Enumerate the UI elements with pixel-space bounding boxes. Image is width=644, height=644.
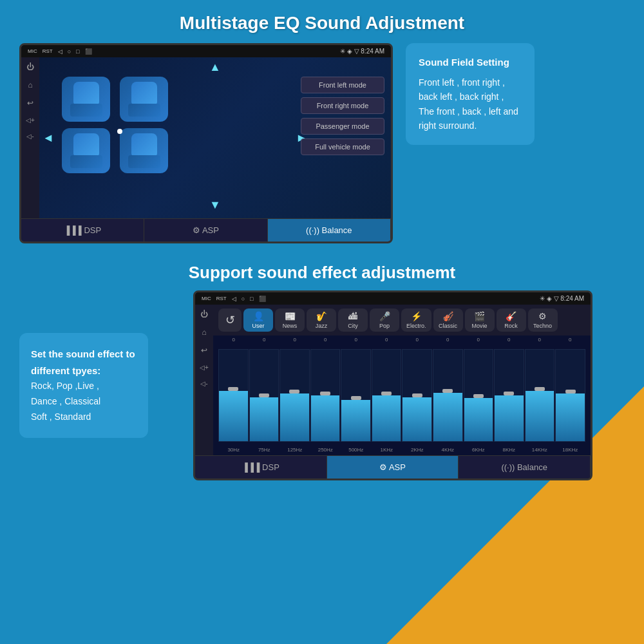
eq-channel-0[interactable] (218, 349, 249, 442)
eq-slider-2[interactable] (289, 390, 299, 393)
back-icon[interactable]: ◁ (58, 48, 62, 55)
dsp-tab-1[interactable]: ▐▐▐ DSP (21, 219, 144, 242)
eq-slider-5[interactable] (381, 392, 392, 395)
eq-bar-track-7 (433, 349, 463, 442)
square-icon[interactable]: □ (76, 48, 79, 55)
eq-val-1: 0 (218, 337, 249, 343)
power-icon[interactable]: ⏻ (26, 62, 34, 71)
eq-bar-fill-4 (341, 400, 370, 441)
eq-slider-10[interactable] (535, 387, 545, 391)
side-icons-2: ⏻ ⌂ ↩ ◁+ ◁- (195, 305, 213, 455)
eq-channel-1[interactable] (249, 349, 279, 442)
preset-classic[interactable]: 🎻 Classic (433, 308, 463, 332)
eq-slider-8[interactable] (473, 394, 484, 398)
section2-title: Support sound effect adjustmemt (19, 263, 625, 283)
nav-up[interactable]: ▲ (209, 61, 221, 74)
eq-slider-6[interactable] (412, 393, 422, 397)
eq-channel-4[interactable] (341, 349, 371, 442)
eq-slider-3[interactable] (320, 392, 330, 395)
freq-2khz: 2KHz (402, 447, 433, 453)
eq-slider-9[interactable] (504, 392, 514, 395)
preset-pop[interactable]: 🎤 Pop (370, 308, 399, 332)
wifi-icon-2: ▽ (554, 295, 559, 302)
car-seats-visual (62, 77, 178, 186)
front-right-mode-btn[interactable]: Front right mode (301, 97, 384, 114)
techno-preset-label: Techno (533, 323, 552, 329)
power-icon-2[interactable]: ⏻ (200, 310, 208, 319)
dsp-icon: ▐▐▐ (64, 225, 84, 235)
eq-channel-8[interactable] (464, 349, 494, 442)
square-icon-2[interactable]: □ (250, 296, 253, 302)
asp-tab-1[interactable]: ⚙ ASP (144, 219, 267, 242)
eq-channel-3[interactable] (310, 349, 341, 442)
eq-slider-11[interactable] (565, 390, 576, 393)
eq-slider-4[interactable] (351, 396, 361, 400)
refresh-btn[interactable]: ↺ (218, 308, 242, 332)
eq-val-12: 0 (555, 337, 586, 343)
preset-rock[interactable]: 🎸 Rock (497, 308, 526, 332)
home-icon-2[interactable]: ○ (242, 296, 245, 302)
freq-14khz: 14KHz (524, 447, 555, 453)
user-preset-label: User (252, 323, 264, 329)
home-side-icon-2[interactable]: ⌂ (202, 328, 206, 337)
vol-down-icon[interactable]: ◁+ (26, 117, 35, 124)
device-screen-2: MIC RST ◁ ○ □ ⬛ ✳ ◈ ▽ 8:24 AM (193, 290, 592, 480)
balance-tab-2[interactable]: ((·)) Balance (459, 456, 591, 478)
eq-channel-9[interactable] (494, 349, 524, 442)
preset-city[interactable]: 🏙 City (338, 308, 368, 332)
classic-preset-label: Classic (439, 323, 457, 329)
eq-channel-5[interactable] (372, 349, 402, 442)
passenger-mode-btn[interactable]: Passenger mode (301, 118, 384, 135)
bottom-tabs-2: ▐▐▐ DSP ⚙ ASP ((·)) Balance (195, 455, 591, 478)
rock-preset-icon: 🎸 (506, 311, 516, 321)
freq-75hz: 75Hz (249, 447, 280, 453)
jazz-preset-icon: 🎷 (316, 311, 327, 321)
preset-electro[interactable]: ⚡ Electro. (401, 308, 431, 332)
dsp-label-1: DSP (84, 225, 101, 235)
time-display-2: 8:24 AM (560, 295, 584, 302)
classic-preset-icon: 🎻 (442, 311, 453, 321)
eq-channel-7[interactable] (433, 349, 463, 442)
vol-up-icon[interactable]: ◁- (26, 133, 33, 140)
asp-label-2: ASP (389, 462, 406, 472)
rst-label: RST (43, 48, 53, 54)
eq-bar-fill-3 (311, 395, 340, 441)
eq-channel-11[interactable] (555, 349, 585, 442)
screen-body-2: ⏻ ⌂ ↩ ◁+ ◁- ↺ 👤 User (195, 305, 591, 455)
eq-presets-bar: ↺ 👤 User 📰 News 🎷 Jazz (213, 305, 591, 336)
freq-18khz: 18KHz (555, 447, 586, 453)
back-side-icon[interactable]: ↩ (27, 99, 33, 108)
preset-jazz[interactable]: 🎷 Jazz (307, 308, 336, 332)
eq-channel-10[interactable] (525, 349, 555, 442)
vol-up-icon-2[interactable]: ◁- (200, 380, 207, 387)
eq-slider-0[interactable] (228, 387, 238, 391)
eq-bar-fill-0 (219, 391, 248, 441)
nav-down[interactable]: ▼ (209, 198, 221, 212)
eq-val-9: 0 (463, 337, 494, 343)
full-vehicle-mode-btn[interactable]: Full vehicle mode (301, 138, 384, 155)
eq-bar-track-0 (218, 349, 249, 442)
asp-tab-2[interactable]: ⚙ ASP (327, 456, 459, 478)
preset-user[interactable]: 👤 User (243, 308, 273, 332)
nav-left[interactable]: ◄ (43, 131, 54, 145)
techno-preset-icon: ⚙ (538, 311, 547, 321)
eq-slider-1[interactable] (259, 393, 269, 397)
preset-techno[interactable]: ⚙ Techno (528, 308, 558, 332)
back-icon-2[interactable]: ◁ (232, 296, 236, 302)
bluetooth-icon: ✳ (340, 48, 345, 55)
front-left-mode-btn[interactable]: Front left mode (301, 77, 384, 93)
preset-movie[interactable]: 🎬 Movie (465, 308, 495, 332)
eq-bar-track-1 (249, 349, 279, 442)
balance-tab-1[interactable]: ((·)) Balance (268, 219, 391, 242)
eq-channel-6[interactable] (402, 349, 432, 442)
city-preset-label: City (348, 323, 358, 329)
eq-channel-2[interactable] (279, 349, 310, 442)
dsp-tab-2[interactable]: ▐▐▐ DSP (195, 456, 327, 478)
eq-slider-7[interactable] (442, 389, 453, 393)
home-side-icon[interactable]: ⌂ (28, 80, 32, 90)
preset-news[interactable]: 📰 News (275, 308, 305, 332)
vol-down-icon-2[interactable]: ◁+ (200, 364, 209, 371)
back-side-icon-2[interactable]: ↩ (201, 346, 207, 355)
freq-4khz: 4KHz (433, 447, 464, 453)
home-icon[interactable]: ○ (68, 48, 71, 55)
